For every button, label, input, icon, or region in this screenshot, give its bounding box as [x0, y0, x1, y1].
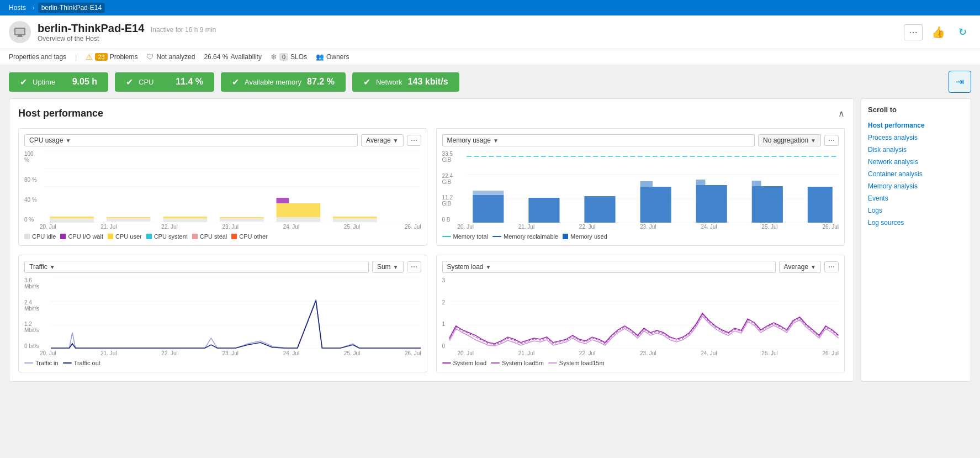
nav-current-host[interactable]: berlin-ThinkPad-E14 — [38, 3, 105, 13]
slos-tag[interactable]: ❄ 0 SLOs — [271, 52, 307, 61]
header-actions: ⋯ 👍 ↻ — [904, 23, 971, 41]
sidebar-nav-log-sources[interactable]: Log sources — [868, 217, 964, 229]
thumbs-up-button[interactable]: 👍 — [927, 23, 950, 41]
cpu-legend: CPU idle CPU I/O wait CPU user CPU syste… — [24, 233, 421, 240]
right-sidebar: Scroll to Host performance Process analy… — [861, 98, 971, 382]
legend-memory-used: Memory used — [563, 233, 607, 240]
svg-rect-32 — [696, 185, 727, 223]
cpu-usage-select[interactable]: CPU usage ▼ — [24, 134, 358, 146]
legend-cpu-user: CPU user — [108, 233, 142, 240]
host-name: berlin-ThinkPad-E14 — [38, 22, 144, 34]
traffic-chart-wrapper: 3.6 Mbit/s 2.4 Mbit/s 1.2 Mbit/s 0 bit/s — [24, 277, 421, 349]
svg-rect-26 — [473, 195, 504, 223]
not-analyzed-label: Not analyzed — [156, 53, 195, 61]
sysload15m-label: System load15m — [559, 360, 605, 366]
memory-value: 87.2 % — [307, 77, 335, 87]
cpu-tile[interactable]: ✔ CPU 11.4 % — [115, 72, 214, 92]
svg-rect-8 — [50, 218, 94, 223]
memory-usage-select[interactable]: Memory usage ▼ — [442, 134, 755, 146]
host-info: berlin-ThinkPad-E14 Inactive for 16 h 9 … — [38, 22, 216, 43]
traffic-label: Traffic — [29, 263, 47, 271]
cpu-aggregation-select[interactable]: Average ▼ — [361, 134, 403, 146]
cpu-chart-wrapper: 100 % 80 % 40 % 0 % — [24, 151, 421, 223]
y-0l: 0 — [442, 343, 446, 349]
y-100: 100 % — [24, 151, 39, 163]
sidebar-nav-logs[interactable]: Logs — [868, 204, 964, 217]
sidebar-nav-network-analysis[interactable]: Network analysis — [868, 156, 964, 168]
legend-sysload5m: System load5m — [491, 360, 544, 366]
sysload-chart-menu[interactable]: ⋯ — [824, 261, 839, 272]
properties-and-tags[interactable]: Properties and tags — [9, 53, 66, 61]
legend-traffic-out: Traffic out — [63, 360, 100, 366]
svg-rect-35 — [752, 181, 761, 186]
sidebar-nav-host-performance[interactable]: Host performance — [868, 119, 964, 131]
mem-select-arrow: ▼ — [493, 138, 499, 144]
sidebar-nav-disk-analysis[interactable]: Disk analysis — [868, 144, 964, 156]
slos-label: SLOs — [290, 53, 307, 61]
traffic-select[interactable]: Traffic ▼ — [24, 261, 369, 273]
cpu-usage-chart-card: CPU usage ▼ Average ▼ ⋯ 100 % 80 % 40 % … — [18, 128, 427, 246]
not-analyzed-tag[interactable]: 🛡 Not analyzed — [146, 52, 195, 61]
problems-badge: 23 — [95, 53, 107, 61]
traffic-agg-arrow: ▼ — [393, 264, 399, 270]
refresh-button[interactable]: ↻ — [954, 24, 971, 40]
cpu-agg-label: Average — [366, 136, 390, 144]
cpu-steal-label: CPU steal — [200, 233, 227, 240]
network-icon: ✔ — [363, 77, 370, 87]
cpu-chart-menu[interactable]: ⋯ — [407, 135, 421, 146]
uptime-tile[interactable]: ✔ Uptime 9.05 h — [9, 72, 108, 92]
memory-aggregation-select[interactable]: No aggregation ▼ — [758, 134, 821, 146]
sidebar-nav-events[interactable]: Events — [868, 192, 964, 204]
svg-rect-20 — [333, 217, 377, 218]
memory-label: Available memory — [245, 78, 301, 86]
memory-tile[interactable]: ✔ Available memory 87.2 % — [221, 72, 346, 92]
memory-icon: ✔ — [232, 77, 239, 87]
host-icon — [9, 21, 31, 43]
svg-rect-16 — [163, 217, 207, 218]
sidebar-nav-memory-analysis[interactable]: Memory analysis — [868, 180, 964, 192]
collapse-button[interactable]: ∧ — [838, 108, 845, 119]
header-left: berlin-ThinkPad-E14 Inactive for 16 h 9 … — [9, 21, 216, 43]
cpu-idle-label: CPU idle — [32, 233, 56, 240]
sysload-x-axis: 20. Jul 21. Jul 22. Jul 23. Jul 24. Jul … — [442, 350, 839, 356]
network-tile[interactable]: ✔ Network 143 kbit/s — [352, 72, 459, 92]
traffic-aggregation-select[interactable]: Sum ▼ — [372, 261, 404, 273]
main-content: Host performance ∧ CPU usage ▼ Average ▼… — [0, 98, 980, 391]
svg-rect-15 — [107, 217, 151, 218]
network-value: 143 kbit/s — [408, 77, 448, 87]
traffic-legend: Traffic in Traffic out — [24, 360, 421, 366]
svg-rect-9 — [107, 218, 151, 222]
memory-chart-menu[interactable]: ⋯ — [824, 135, 839, 146]
nav-hosts[interactable]: Hosts — [6, 3, 29, 13]
traffic-chart-menu[interactable]: ⋯ — [407, 261, 421, 272]
problems-tag[interactable]: ⚠ 23 Problems — [86, 52, 137, 61]
svg-rect-12 — [276, 217, 320, 222]
sysload-aggregation-select[interactable]: Average ▼ — [779, 261, 821, 273]
sidebar-nav-container-analysis[interactable]: Container analysis — [868, 168, 964, 180]
memory-used-label: Memory used — [570, 233, 607, 240]
owners-tag[interactable]: 👥 Owners — [316, 53, 349, 61]
sidebar-nav-process-analysis[interactable]: Process analysis — [868, 131, 964, 144]
more-options-button[interactable]: ⋯ — [904, 24, 923, 40]
availability-tag[interactable]: 26.64 % Availability — [204, 53, 262, 61]
slos-badge: 0 — [279, 53, 288, 61]
memory-usage-chart-card: Memory usage ▼ No aggregation ▼ ⋯ 33.5 G… — [436, 128, 845, 246]
cpu-y-axis: 100 % 80 % 40 % 0 % — [24, 151, 41, 223]
svg-rect-31 — [640, 181, 653, 187]
legend-memory-reclaimable: Memory reclaimable — [492, 233, 558, 240]
host-subtitle: Overview of the Host — [38, 35, 216, 43]
cpu-agg-arrow: ▼ — [393, 138, 399, 144]
memory-chart-wrapper: 33.5 GiB 22.4 GiB 11.2 GiB 0 B — [442, 151, 839, 223]
sysload-select-arrow: ▼ — [486, 264, 491, 270]
memory-reclaimable-label: Memory reclaimable — [504, 233, 558, 240]
scroll-to-button[interactable]: ⇥ — [949, 71, 971, 93]
cpu-system-label: CPU system — [154, 233, 188, 240]
svg-rect-13 — [333, 218, 377, 222]
system-load-select[interactable]: System load ▼ — [442, 261, 776, 273]
cpu-chart-area — [44, 151, 421, 223]
cpu-user-label: CPU user — [115, 233, 142, 240]
availability-label: Availability — [230, 53, 261, 61]
cpu-idle-color — [24, 234, 30, 239]
memory-total-color — [442, 236, 451, 237]
mem-agg-label: No aggregation — [763, 136, 808, 144]
